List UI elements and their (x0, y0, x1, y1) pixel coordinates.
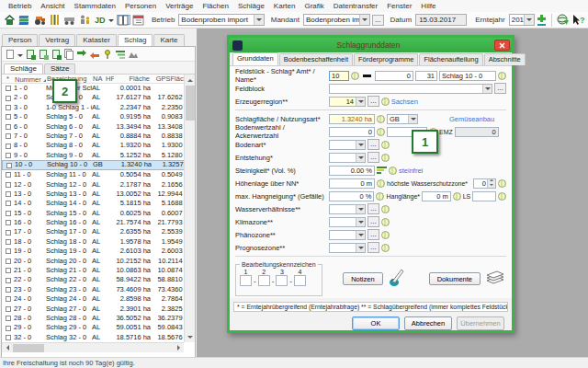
wasserverhaeltnisse-select[interactable] (329, 204, 366, 214)
spin-down-icon[interactable] (488, 182, 495, 188)
table-row[interactable]: 11 - 0Schlag 11 - 0AL0.5054 ha0.5049 ha (2, 170, 187, 179)
horizontal-scroll-thumb[interactable] (13, 344, 44, 352)
row-checkbox[interactable] (6, 86, 11, 91)
info-icon[interactable] (377, 115, 385, 123)
row-checkbox[interactable] (6, 278, 11, 283)
row-checkbox[interactable] (6, 182, 11, 188)
info-icon[interactable] (377, 128, 385, 136)
table-row[interactable]: 14 - 0Schlag 14 - 0AL5.1815 ha5.1688 ha (2, 199, 187, 208)
entstehung-select[interactable] (329, 153, 366, 163)
nutzungsart-select[interactable]: GB (387, 114, 418, 124)
table-row[interactable]: 13 - 0Schlag 13 - 0AL13.0052 ha12.9944 h… (2, 190, 187, 199)
field-rows-icon[interactable] (48, 13, 61, 27)
table-row[interactable]: 21 - 0Schlag 21 - 0AL10.0863 ha10.0874 h… (2, 266, 187, 275)
table-row[interactable]: 1 - 0Mein erster SchAL0.0001 ha (2, 84, 187, 93)
kennzeichen-2-input[interactable] (258, 275, 270, 286)
header-gpsflaeche[interactable]: GPSFläche (151, 75, 187, 83)
kennzeichen-1-input[interactable] (240, 275, 252, 286)
klimazone-browse-button[interactable]: ... (368, 216, 379, 227)
info-icon[interactable] (376, 192, 384, 201)
row-checkbox[interactable] (6, 296, 11, 302)
table-row[interactable]: 19 - 0Schlag 19 - 0AL2.6103 ha2.6003 ha (2, 247, 187, 256)
row-checkbox[interactable] (6, 259, 11, 264)
feldstueck-amt-input[interactable]: 0 (375, 71, 413, 81)
menu-betrieb[interactable]: Betrieb (4, 2, 36, 10)
erntejahr-combo[interactable]: 2017 (509, 14, 535, 26)
row-checkbox[interactable] (6, 105, 11, 110)
menu-hilfe[interactable]: Hilfe (416, 2, 440, 10)
row-checkbox[interactable] (6, 316, 11, 321)
info-icon[interactable] (498, 192, 506, 201)
row-checkbox[interactable] (6, 133, 11, 139)
filter-icon[interactable] (115, 49, 126, 60)
entstehung-browse-button[interactable]: ... (368, 152, 379, 163)
edit-schlag-icon[interactable] (25, 49, 36, 60)
wasserverhaeltnisse-browse-button[interactable]: ... (368, 203, 379, 214)
hanglaenge-input[interactable]: 0 m (422, 191, 451, 201)
scroll-up-icon[interactable] (185, 75, 195, 85)
new-dropdown-caret-icon[interactable] (17, 54, 23, 60)
menu-stammdaten[interactable]: Stammdaten (70, 2, 120, 10)
chevron-down-icon[interactable] (356, 244, 365, 252)
info-icon[interactable] (498, 179, 506, 188)
cancel-button[interactable]: Abbrechen (404, 316, 452, 330)
staff-icon[interactable] (78, 13, 91, 27)
table-row[interactable]: 10 - 0Schlag 10 - 0GB1.3240 ha1.3257 ha (2, 160, 187, 170)
wasserschutzzone-spinner[interactable]: 0 (473, 178, 496, 189)
table-row[interactable]: 15 - 0Schlag 15 - 0AL0.6025 ha0.6007 ha (2, 209, 187, 218)
tab-grunddaten[interactable]: Grunddaten (232, 52, 278, 65)
tab-person[interactable]: Person (2, 34, 38, 46)
split-view-icon[interactable] (117, 15, 130, 25)
scale-bars-icon[interactable] (377, 166, 387, 175)
chevron-down-icon[interactable] (356, 154, 365, 162)
vertical-scroll-thumb[interactable] (186, 86, 195, 121)
dialog-titlebar[interactable]: Schlaggrunddaten (230, 38, 512, 52)
bodenwertzahl-input[interactable]: 0 (329, 127, 375, 137)
machine-icon[interactable] (63, 13, 76, 27)
header-hf[interactable]: HF (105, 75, 114, 83)
row-checkbox[interactable] (6, 144, 11, 149)
ok-button[interactable]: OK (352, 316, 400, 330)
row-checkbox[interactable] (6, 163, 12, 168)
chevron-down-icon[interactable] (356, 205, 365, 213)
tab-kataster[interactable]: Kataster (76, 34, 117, 46)
scroll-down-icon[interactable] (185, 332, 195, 342)
ls-input[interactable] (472, 191, 496, 201)
mandant-combo[interactable]: Bodenproben imp (303, 14, 370, 26)
marker-icon[interactable] (102, 49, 113, 60)
tab-vertrag[interactable]: Vertrag (39, 34, 75, 46)
info-icon[interactable] (377, 179, 385, 188)
prognosezone-browse-button[interactable]: ... (368, 242, 379, 253)
klimazone-select[interactable] (329, 217, 366, 227)
table-row[interactable]: 28 - 0Schlag 28 - 0AL36.5052 ha36.2379 h… (2, 314, 187, 323)
hoehenlage-input[interactable]: 0 m (329, 178, 375, 189)
steinigkeit-input[interactable]: 0.00 % (329, 166, 375, 176)
menu-datentransfer[interactable]: Datentransfer (329, 2, 382, 10)
chevron-down-icon[interactable] (408, 115, 417, 123)
hangneigung-input[interactable]: 0 % (329, 191, 374, 201)
table-row[interactable]: 18 - 0Schlag 18 - 0AL1.9578 ha1.9549 ha (2, 237, 187, 247)
row-checkbox[interactable] (6, 287, 11, 293)
area-icon[interactable] (128, 49, 139, 60)
info-icon[interactable] (381, 141, 390, 149)
row-checkbox[interactable] (6, 239, 11, 245)
row-checkbox[interactable] (6, 306, 11, 312)
row-checkbox[interactable] (6, 153, 11, 158)
info-icon[interactable] (389, 167, 397, 175)
table-row[interactable]: 22 - 0Schlag 22 - 0AL58.9422 ha58.8810 h… (2, 275, 187, 284)
chevron-down-icon[interactable] (482, 85, 492, 93)
info-icon[interactable] (453, 192, 461, 201)
info-icon[interactable] (498, 72, 506, 80)
header-na[interactable]: NA (92, 75, 105, 83)
horizontal-scrollbar[interactable] (2, 342, 184, 352)
kennzeichen-4-input[interactable] (294, 275, 306, 286)
menu-grafik[interactable]: Grafik (300, 2, 328, 10)
row-checkbox[interactable] (6, 172, 11, 178)
table-row[interactable]: 6 - 0Schlag 6 - 0AL13.3494 ha13.3408 ha (2, 122, 187, 132)
header-check[interactable]: * (2, 75, 14, 83)
bodenart-browse-button[interactable]: ... (368, 139, 379, 150)
feldblock-browse-button[interactable]: ... (494, 83, 506, 94)
info-icon[interactable] (351, 72, 359, 80)
schlagflaeche-input[interactable]: 1.3240 ha (329, 114, 375, 124)
prognosezone-select[interactable] (329, 243, 366, 253)
